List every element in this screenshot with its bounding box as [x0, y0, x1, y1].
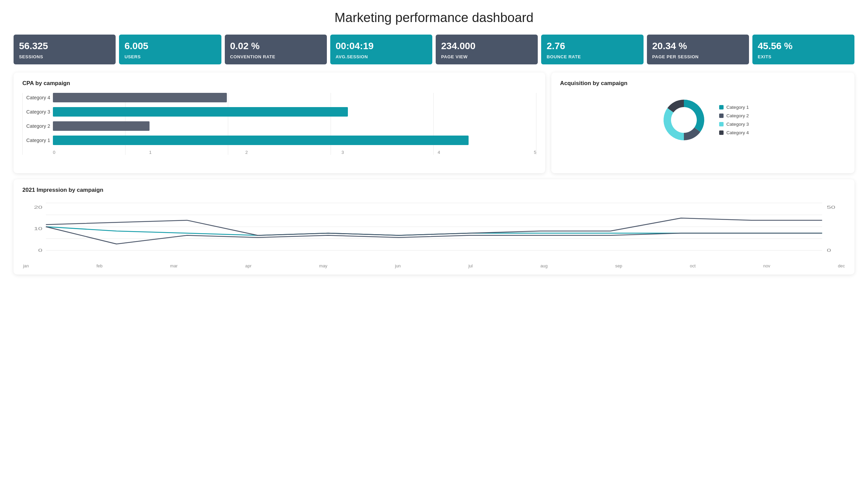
bar-label: Category 3 — [22, 109, 50, 115]
x-month-label: sep — [615, 263, 622, 268]
x-month-label: nov — [763, 263, 770, 268]
bar-row: Category 4 — [53, 93, 536, 102]
kpi-value-page-view: 234.000 — [441, 41, 532, 52]
kpi-label-exits: Exits — [758, 54, 772, 59]
line-chart-svg: 01020050 — [22, 200, 846, 261]
kpi-label-page-view: Page View — [441, 54, 468, 59]
acquisition-chart-card: Acquisition by campaign Category 1 Categ… — [551, 73, 854, 173]
x-month-label: jan — [23, 263, 29, 268]
y-tick-right: 0 — [827, 248, 831, 253]
x-month-label: mar — [170, 263, 178, 268]
bar-row: Category 3 — [53, 107, 536, 117]
kpi-label-sessions: Sessions — [19, 54, 43, 59]
bar-track — [53, 107, 536, 117]
kpi-card-sessions: 56.325 Sessions — [14, 35, 116, 64]
x-labels: janfebmaraprmayjunjulaugsepoctnovdec — [22, 263, 846, 268]
bar-fill — [53, 107, 348, 117]
legend-label: Category 4 — [726, 130, 749, 135]
bar-row: Category 1 — [53, 136, 536, 145]
x-month-label: apr — [245, 263, 252, 268]
y-tick-left: 10 — [34, 226, 42, 231]
line-series-category-3 — [46, 227, 822, 244]
y-tick-left: 0 — [38, 248, 42, 253]
kpi-value-page-per-session: 20.34 % — [652, 41, 744, 52]
x-month-label: oct — [690, 263, 696, 268]
donut-center — [672, 108, 696, 132]
bar-chart-area: Category 4Category 3Category 2Category 1… — [22, 93, 536, 167]
x-month-label: dec — [838, 263, 845, 268]
kpi-card-convention-rate: 0.02 % Convention Rate — [225, 35, 327, 64]
x-tick: 2 — [245, 150, 248, 155]
kpi-label-bounce-rate: Bounce Rate — [547, 54, 581, 59]
cpa-chart-card: CPA by campaign Category 4Category 3Cate… — [14, 73, 545, 173]
bar-track — [53, 121, 536, 131]
bar-track — [53, 136, 536, 145]
x-tick: 4 — [438, 150, 440, 155]
bar-fill — [53, 136, 469, 145]
legend-dot — [719, 114, 724, 118]
legend-item: Category 4 — [719, 130, 749, 135]
bar-fill — [53, 93, 227, 102]
legend-dot — [719, 105, 724, 109]
bar-label: Category 2 — [22, 123, 50, 129]
kpi-card-exits: 45.56 % Exits — [752, 35, 854, 64]
kpi-label-users: Users — [124, 54, 141, 59]
bar-label: Category 4 — [22, 95, 50, 100]
x-axis: 012345 — [53, 150, 536, 155]
impression-chart-card: 2021 Impression by campaign 01020050 jan… — [14, 179, 854, 274]
x-month-label: jul — [468, 263, 473, 268]
kpi-value-convention-rate: 0.02 % — [230, 41, 321, 52]
donut-area: Category 1 Category 2 Category 3 Categor… — [560, 93, 846, 147]
donut-svg — [657, 93, 711, 147]
legend-item: Category 2 — [719, 113, 749, 118]
charts-row: CPA by campaign Category 4Category 3Cate… — [14, 73, 854, 173]
x-tick: 5 — [534, 150, 536, 155]
kpi-value-users: 6.005 — [124, 41, 216, 52]
kpi-label-page-per-session: Page per Session — [652, 54, 699, 59]
kpi-value-sessions: 56.325 — [19, 41, 110, 52]
kpi-value-exits: 45.56 % — [758, 41, 849, 52]
x-tick: 0 — [53, 150, 55, 155]
kpi-row: 56.325 Sessions 6.005 Users 0.02 % Conve… — [14, 35, 854, 64]
x-month-label: aug — [540, 263, 548, 268]
legend-dot — [719, 130, 724, 135]
legend-label: Category 1 — [726, 105, 749, 110]
kpi-label-avg-session: Avg.Session — [336, 54, 368, 59]
legend-label: Category 3 — [726, 122, 749, 127]
x-month-label: jun — [395, 263, 401, 268]
legend-dot — [719, 122, 724, 126]
y-tick-left: 20 — [34, 205, 42, 210]
bar-row: Category 2 — [53, 121, 536, 131]
kpi-card-avg-session: 00:04:19 Avg.Session — [330, 35, 432, 64]
y-tick-right: 50 — [827, 205, 835, 210]
bar-label: Category 1 — [22, 138, 50, 143]
kpi-label-convention-rate: Convention Rate — [230, 54, 276, 59]
kpi-value-avg-session: 00:04:19 — [336, 41, 427, 52]
x-month-label: feb — [97, 263, 103, 268]
legend-item: Category 1 — [719, 105, 749, 110]
bar-fill — [53, 121, 150, 131]
kpi-value-bounce-rate: 2.76 — [547, 41, 638, 52]
x-month-label: may — [319, 263, 327, 268]
kpi-card-page-per-session: 20.34 % Page per Session — [647, 35, 749, 64]
kpi-card-users: 6.005 Users — [119, 35, 221, 64]
legend-label: Category 2 — [726, 113, 749, 118]
kpi-card-page-view: 234.000 Page View — [436, 35, 538, 64]
acquisition-chart-title: Acquisition by campaign — [560, 80, 846, 87]
kpi-card-bounce-rate: 2.76 Bounce Rate — [541, 35, 643, 64]
x-tick: 1 — [149, 150, 152, 155]
line-chart-wrap: 01020050 janfebmaraprmayjunjulaugsepoctn… — [22, 200, 846, 268]
legend-item: Category 3 — [719, 122, 749, 127]
cpa-chart-title: CPA by campaign — [22, 80, 536, 87]
bar-track — [53, 93, 536, 102]
x-tick: 3 — [341, 150, 344, 155]
donut-legend: Category 1 Category 2 Category 3 Categor… — [719, 105, 749, 135]
page-title: Marketing performance dashboard — [14, 10, 854, 25]
impression-chart-title: 2021 Impression by campaign — [22, 187, 846, 194]
